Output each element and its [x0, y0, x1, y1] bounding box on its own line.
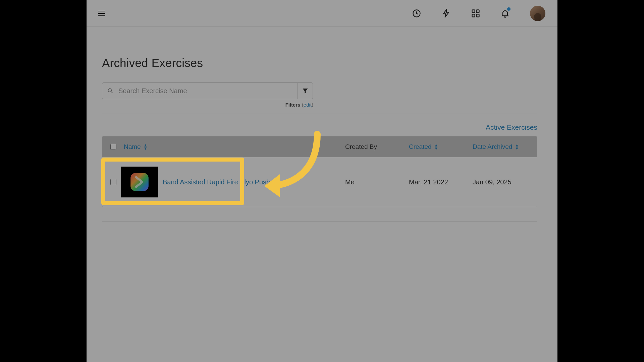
svg-rect-6 — [130, 173, 149, 191]
funnel-icon — [302, 87, 309, 94]
col-date-archived-label: Date Archived — [473, 143, 512, 150]
filters-edit-link[interactable]: edit — [304, 102, 312, 108]
search-row — [102, 82, 537, 99]
divider — [102, 221, 537, 222]
active-exercises-link[interactable]: Active Exercises — [486, 123, 537, 131]
row-checkbox[interactable] — [110, 179, 116, 185]
sort-icon: ▲▼ — [434, 143, 438, 150]
divider — [102, 114, 537, 114]
bell-icon[interactable] — [500, 9, 510, 18]
filters-label: Filters — [285, 102, 301, 108]
table-header: Name ▲▼ Created By Created ▲▼ Date Archi… — [102, 136, 537, 157]
page-title: Archived Exercises — [102, 56, 537, 70]
svg-point-5 — [108, 88, 111, 92]
filter-button[interactable] — [298, 82, 313, 99]
sort-icon: ▲▼ — [144, 143, 148, 150]
svg-rect-2 — [476, 10, 479, 12]
page-body: Archived Exercises Filters (edit) Active — [87, 27, 557, 222]
svg-rect-4 — [476, 14, 479, 17]
svg-rect-1 — [472, 10, 475, 12]
col-date-archived[interactable]: Date Archived ▲▼ — [473, 143, 529, 150]
cell-created-by: Me — [345, 178, 409, 186]
bolt-icon[interactable] — [441, 9, 451, 18]
search-box — [102, 82, 298, 99]
table-row: Band Assisted Rapid Fire Plyo Push Up Me… — [102, 157, 537, 207]
app-stage: Archived Exercises Filters (edit) Active — [87, 0, 557, 362]
cell-date-archived: Jan 09, 2025 — [473, 178, 529, 186]
exercises-table: Name ▲▼ Created By Created ▲▼ Date Archi… — [102, 136, 537, 207]
col-name-label: Name — [124, 143, 141, 150]
col-created-by: Created By — [345, 143, 409, 150]
svg-rect-3 — [472, 14, 475, 17]
search-icon — [107, 87, 114, 94]
notification-dot — [507, 7, 511, 11]
col-created-by-label: Created By — [345, 143, 377, 150]
col-created[interactable]: Created ▲▼ — [409, 143, 473, 150]
sort-icon: ▲▼ — [515, 143, 519, 150]
header-actions — [412, 6, 545, 21]
clock-icon[interactable] — [412, 9, 421, 18]
col-created-label: Created — [409, 143, 432, 150]
search-input[interactable] — [114, 83, 298, 99]
avatar[interactable] — [530, 6, 545, 21]
app-logo-icon — [128, 171, 151, 193]
apps-icon[interactable] — [471, 9, 480, 18]
menu-icon[interactable] — [98, 10, 105, 17]
app-header — [87, 0, 557, 27]
table-body: Band Assisted Rapid Fire Plyo Push Up Me… — [102, 157, 537, 207]
name-cell: Band Assisted Rapid Fire Plyo Push Up — [110, 167, 345, 197]
select-all-checkbox[interactable] — [110, 144, 116, 150]
col-name[interactable]: Name ▲▼ — [110, 143, 345, 150]
cell-created: Mar, 21 2022 — [409, 178, 473, 186]
filters-line: Filters (edit) — [102, 102, 313, 108]
search-wrap — [102, 82, 313, 99]
exercise-thumbnail[interactable] — [121, 167, 158, 197]
exercise-name-link[interactable]: Band Assisted Rapid Fire Plyo Push Up — [163, 178, 280, 186]
active-link-row: Active Exercises — [102, 123, 537, 131]
